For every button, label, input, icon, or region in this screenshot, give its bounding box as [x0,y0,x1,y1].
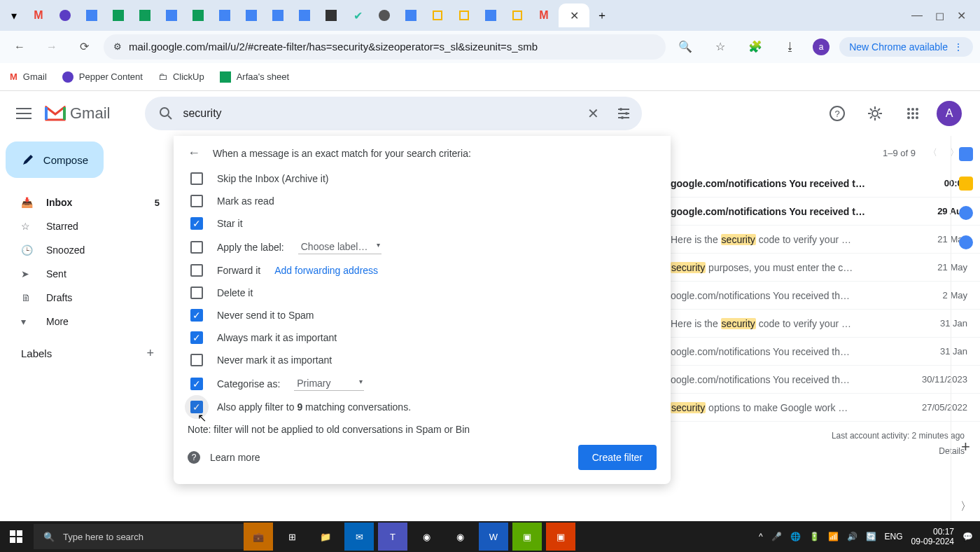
sidebar-item-snoozed[interactable]: 🕒Snoozed [6,238,168,262]
hamburger-menu[interactable] [8,98,39,129]
chrome-icon-2[interactable]: ◉ [445,523,475,551]
filter-back-icon[interactable]: ← [188,146,200,160]
sidebar-item-drafts[interactable]: 🗎Drafts [6,286,168,310]
sidebar-item-starred[interactable]: ☆Starred [6,214,168,238]
tab-7[interactable] [186,4,210,27]
window-close[interactable]: ✕ [957,9,966,22]
downloads-icon[interactable]: ⭳ [778,34,803,60]
tab-17[interactable] [452,4,476,27]
chk-delete[interactable] [190,287,203,299]
chk-skip-inbox[interactable] [190,172,203,185]
settings-icon[interactable] [861,99,889,127]
chk-never-spam[interactable]: ✓ [190,309,203,322]
profile-avatar[interactable]: a [813,39,830,55]
tab-16[interactable] [426,4,449,27]
tab-18[interactable] [479,4,503,27]
active-tab-close[interactable]: ✕ [559,4,589,27]
gmail-search[interactable]: ✕ [145,97,642,130]
add-forwarding-link[interactable]: Add forwarding address [274,265,378,276]
apps-grid-icon[interactable] [899,99,927,127]
tab-12[interactable] [319,4,343,27]
chrome-icon-1[interactable]: ◉ [412,523,441,551]
bookmark-gmail[interactable]: MGmail [10,71,47,82]
tab-5[interactable] [133,4,157,27]
system-tray[interactable]: ^ 🎤 🌐 🔋 📶 🔊 🔄 ENG 00:17 09-09-2024 💬 [759,527,980,547]
category-select[interactable]: Primary [294,376,364,391]
taskbar-search[interactable]: 🔍 Type here to search [34,524,244,549]
label-select[interactable]: Choose label… [298,240,382,254]
mic-icon[interactable]: 🎤 [771,532,782,541]
add-addon-icon[interactable]: + [961,438,970,484]
tab-11[interactable] [293,4,316,27]
tab-14[interactable] [372,4,396,27]
tab-19[interactable] [505,4,529,27]
chk-forward[interactable] [190,264,203,277]
omnibox-search-icon[interactable]: 🔍 [673,34,698,60]
tab-3[interactable] [80,4,104,27]
chk-never-important[interactable] [190,354,203,366]
chk-always-important[interactable]: ✓ [190,331,203,344]
extensions-icon[interactable]: 🧩 [743,34,768,60]
teams-icon[interactable]: T [378,523,407,551]
forward-button[interactable]: → [39,34,64,60]
tray-chevron-icon[interactable]: ^ [759,532,763,541]
prev-page-icon[interactable]: 〈 [928,146,937,159]
tabs-dropdown[interactable]: ▾ [4,6,24,25]
bookmark-clickup[interactable]: 🗀ClickUp [158,71,204,82]
gmail-logo[interactable]: Gmail [45,104,110,123]
sidebar-item-inbox[interactable]: 📥Inbox5 [6,191,168,214]
help-icon[interactable]: ? [823,99,851,127]
app-icon[interactable]: ▣ [546,523,575,551]
sound-icon[interactable]: 🔊 [847,532,858,541]
search-options-icon[interactable] [610,107,638,120]
keep-icon[interactable] [959,177,973,191]
new-chrome-chip[interactable]: New Chrome available ⋮ [839,37,973,57]
back-button[interactable]: ← [7,34,32,60]
tab-13[interactable]: ✔ [346,4,370,27]
bookmark-arfaa[interactable]: Arfaa's sheet [220,71,289,83]
notifications-icon[interactable]: 💬 [962,532,973,541]
tab-2[interactable] [53,4,77,27]
address-bar[interactable]: ⚙ mail.google.com/mail/u/2/#create-filte… [104,34,666,60]
chk-apply-label[interactable] [190,241,203,254]
clear-search-icon[interactable]: ✕ [584,105,601,122]
tab-9[interactable] [239,4,263,27]
bookmark-pepper[interactable]: Pepper Content [62,71,143,83]
tasks-icon[interactable] [959,206,973,220]
learn-more-link[interactable]: Learn more [210,452,260,463]
taskbar-briefcase[interactable]: 💼 [244,523,273,551]
language-indicator[interactable]: ENG [885,532,903,541]
create-filter-button[interactable]: Create filter [578,445,657,470]
chk-star[interactable]: ✓ [190,217,203,230]
chk-also-apply[interactable]: ✓ [190,401,203,413]
camtasia-icon[interactable]: ▣ [512,523,542,551]
sidebar-item-more[interactable]: ▾More [6,310,168,333]
task-view-icon[interactable]: ⊞ [277,523,307,551]
site-info-icon[interactable]: ⚙ [113,41,122,52]
reload-button[interactable]: ⟳ [71,34,97,60]
word-icon[interactable]: W [479,523,508,551]
collapse-panel-icon[interactable]: 〉 [960,499,972,521]
battery-icon[interactable]: 🔋 [809,532,820,541]
calendar-icon[interactable] [959,147,973,161]
window-minimize[interactable]: — [911,9,923,22]
outlook-icon[interactable]: ✉ [344,523,374,551]
new-tab-button[interactable]: ＋ [592,6,612,25]
sidebar-item-sent[interactable]: ➤Sent [6,262,168,286]
globe-icon[interactable]: 🌐 [790,532,801,541]
window-maximize[interactable]: ◻ [935,9,944,22]
tab-gmail[interactable]: M [27,4,50,27]
contacts-icon[interactable] [959,235,973,249]
search-input[interactable] [183,107,576,120]
tab-6[interactable] [160,4,183,27]
tab-20[interactable]: M [532,4,556,27]
tab-4[interactable] [106,4,130,27]
account-avatar[interactable]: A [937,101,962,126]
tab-10[interactable] [266,4,290,27]
sync-icon[interactable]: 🔄 [866,532,876,541]
explorer-icon[interactable]: 📁 [311,523,340,551]
chk-mark-read[interactable] [190,195,203,207]
compose-button[interactable]: Compose [6,142,104,178]
wifi-icon[interactable]: 📶 [828,532,839,541]
tab-8[interactable] [213,4,237,27]
